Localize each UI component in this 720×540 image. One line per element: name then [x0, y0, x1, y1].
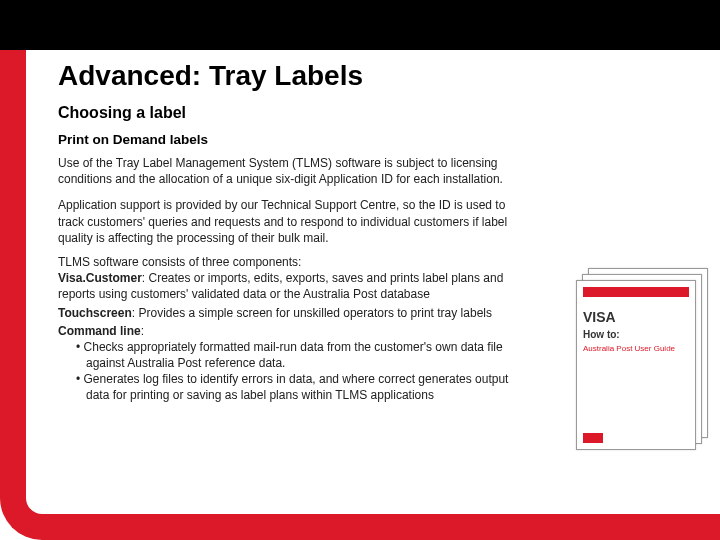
slide-subtitle: Choosing a label — [58, 104, 658, 122]
components-block: TLMS software consists of three componen… — [58, 254, 528, 404]
doc-subtitle: How to: — [583, 329, 689, 340]
body-text: Use of the Tray Label Management System … — [58, 155, 528, 404]
top-black-bar — [0, 0, 720, 50]
doc-tagline: Australia Post User Guide — [583, 344, 689, 353]
doc-accent-bar — [583, 287, 689, 297]
document-preview-stack: VISA How to: Australia Post User Guide — [568, 268, 708, 458]
components-intro: TLMS software consists of three componen… — [58, 255, 301, 269]
section-heading: Print on Demand labels — [58, 132, 658, 147]
commandline-colon: : — [141, 324, 144, 338]
touchscreen-label: Touchscreen — [58, 306, 132, 320]
logo-icon — [629, 489, 647, 507]
doc-footer-mark — [583, 433, 603, 443]
logo-line2: POST — [651, 496, 706, 508]
touchscreen-text: : Provides a simple screen for unskilled… — [132, 306, 492, 320]
paragraph-2: Application support is provided by our T… — [58, 197, 528, 246]
paragraph-1: Use of the Tray Label Management System … — [58, 155, 528, 187]
commandline-bullet-1: • Checks appropriately formatted mail-ru… — [58, 339, 528, 371]
logo-text: AUSTRALIA POST — [651, 487, 706, 508]
commandline-bullet-2: • Generates log files to identify errors… — [58, 371, 528, 403]
slide: Advanced: Tray Labels Choosing a label P… — [0, 0, 720, 540]
australia-post-logo: AUSTRALIA POST — [629, 487, 706, 508]
commandline-label: Command line — [58, 324, 141, 338]
slide-title: Advanced: Tray Labels — [58, 60, 658, 92]
visa-label: Visa.Customer — [58, 271, 142, 285]
doc-title: VISA — [583, 309, 689, 325]
doc-front: VISA How to: Australia Post User Guide — [576, 280, 696, 450]
